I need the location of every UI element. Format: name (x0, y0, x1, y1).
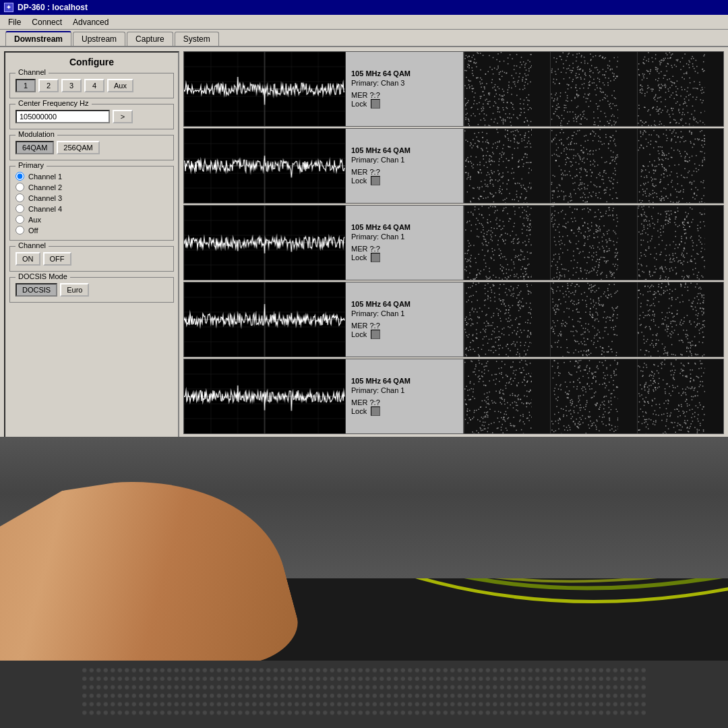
constellation-area-3 (464, 206, 723, 280)
docsis-buttons: DOCSIS Euro (16, 283, 168, 297)
ch-freq-mod-1: 105 MHz 64 QAM (351, 69, 458, 78)
euro-btn[interactable]: Euro (60, 283, 89, 297)
constellation-box-2-1 (550, 129, 636, 203)
ch-lock-2: Lock (351, 176, 458, 185)
waveform-3 (184, 206, 346, 280)
menu-file[interactable]: File (3, 16, 26, 28)
constellation-box-2-2 (637, 129, 723, 203)
channel-btn-aux[interactable]: Aux (107, 79, 133, 92)
frequency-input-row: 105000000 > (16, 110, 168, 123)
primary-channel2[interactable]: Channel 2 (16, 183, 168, 191)
menu-connect[interactable]: Connect (26, 16, 67, 28)
ch-primary-4: Primary: Chan 1 (351, 309, 458, 317)
constellation-box-1-1 (550, 52, 636, 126)
channel-row-2: 105 MHz 64 QAM Primary: Chan 1 MER ?:? L… (183, 128, 724, 204)
channel-btn-3[interactable]: 3 (61, 79, 82, 92)
channel-info-4: 105 MHz 64 QAM Primary: Chan 1 MER ?:? L… (346, 282, 464, 357)
lock-indicator-3 (371, 253, 380, 262)
constellation-box-1-2 (637, 52, 723, 126)
channel-info-5: 105 MHz 64 QAM Primary: Chan 1 MER ?:? L… (346, 359, 464, 433)
frequency-input[interactable]: 105000000 (16, 110, 110, 123)
waveform-4 (184, 282, 346, 357)
ch-mer-4: MER ?:? (351, 322, 458, 330)
constellation-area-1 (464, 52, 723, 126)
ch-mer-3: MER ?:? (351, 245, 458, 253)
primary-aux-radio[interactable] (16, 215, 24, 224)
menu-advanced[interactable]: Advanced (67, 16, 114, 28)
main-content: Configure Channel 1 2 3 4 Aux Center Fre… (0, 47, 728, 444)
ch-freq-mod-5: 105 MHz 64 QAM (351, 377, 458, 385)
app-icon: ✦ (4, 3, 13, 12)
lock-indicator-1 (371, 99, 380, 109)
speaker-grille (0, 661, 728, 728)
channel-row-1: 105 MHz 64 QAM Primary: Chan 3 MER ?:? L… (183, 51, 724, 127)
channel-info-3: 105 MHz 64 QAM Primary: Chan 1 MER ?:? L… (346, 206, 464, 280)
channel-info-1: 105 MHz 64 QAM Primary: Chan 3 MER ?:? L… (346, 52, 464, 126)
ch-freq-mod-4: 105 MHz 64 QAM (351, 300, 458, 308)
tab-upstream[interactable]: Upstream (73, 32, 125, 46)
primary-channel2-radio[interactable] (16, 183, 24, 191)
modulation-group: Modulation 64QAM 256QAM (9, 135, 174, 160)
constellation-box-5-0 (464, 359, 550, 433)
modulation-64qam[interactable]: 64QAM (16, 141, 54, 154)
channel-row-3: 105 MHz 64 QAM Primary: Chan 1 MER ?:? L… (183, 205, 724, 280)
frequency-group-label: Center Frequency Hz (16, 99, 92, 107)
ch-freq-mod-2: 105 MHz 64 QAM (351, 146, 458, 154)
title-bar: ✦ DP-360 : localhost (0, 0, 728, 15)
tab-system[interactable]: System (175, 32, 219, 46)
frequency-arrow-btn[interactable]: > (113, 110, 133, 123)
modulation-buttons: 64QAM 256QAM (16, 141, 168, 154)
tab-downstream[interactable]: Downstream (5, 31, 71, 46)
ch-mer-5: MER ?:? (351, 398, 458, 406)
primary-channel1-radio[interactable] (16, 172, 24, 181)
constellation-box-1-0 (464, 52, 550, 126)
constellation-area-4 (464, 282, 723, 357)
channel-off-btn[interactable]: OFF (43, 252, 71, 266)
ch-freq-mod-3: 105 MHz 64 QAM (351, 223, 458, 231)
channel-group-label: Channel (16, 68, 49, 76)
ch-primary-5: Primary: Chan 1 (351, 386, 458, 394)
channel-on-btn[interactable]: ON (16, 252, 40, 266)
docsis-group-label: DOCSIS Mode (16, 272, 70, 280)
primary-channel4[interactable]: Channel 4 (16, 204, 168, 213)
on-off-buttons: ON OFF (16, 252, 168, 266)
modulation-256qam[interactable]: 256QAM (57, 141, 99, 154)
primary-channel1[interactable]: Channel 1 (16, 172, 168, 181)
docsis-btn[interactable]: DOCSIS (16, 283, 57, 297)
channel-btn-2[interactable]: 2 (38, 79, 59, 92)
primary-group: Primary Channel 1 Channel 2 Channel 3 (9, 166, 174, 241)
channel-group: Channel 1 2 3 4 Aux (9, 73, 174, 98)
primary-channel4-radio[interactable] (16, 204, 24, 213)
tab-capture[interactable]: Capture (127, 32, 173, 46)
constellation-box-4-0 (464, 282, 550, 357)
channel-row-5: 105 MHz 64 QAM Primary: Chan 1 MER ?:? L… (183, 359, 724, 434)
constellation-box-2-0 (464, 129, 550, 203)
config-title: Configure (9, 57, 174, 67)
modulation-group-label: Modulation (16, 130, 57, 138)
primary-channel3-radio[interactable] (16, 193, 24, 202)
lock-indicator-2 (371, 176, 380, 185)
constellation-area-2 (464, 129, 723, 203)
menu-bar: File Connect Advanced (0, 15, 728, 30)
lock-indicator-5 (371, 406, 380, 416)
constellation-box-4-1 (550, 282, 636, 357)
ch-lock-5: Lock (351, 406, 458, 416)
waveform-2 (184, 129, 346, 203)
ch-lock-1: Lock (351, 99, 458, 109)
primary-channel3[interactable]: Channel 3 (16, 193, 168, 202)
frequency-group: Center Frequency Hz 105000000 > (9, 104, 174, 129)
window-title: DP-360 : localhost (18, 3, 88, 12)
constellation-box-3-0 (464, 206, 550, 280)
primary-off[interactable]: Off (16, 226, 168, 235)
channel-btn-4[interactable]: 4 (84, 79, 104, 92)
config-panel: Configure Channel 1 2 3 4 Aux Center Fre… (4, 51, 179, 439)
primary-group-label: Primary (16, 161, 47, 169)
primary-radio-group: Channel 1 Channel 2 Channel 3 Channel 4 (16, 172, 168, 235)
channel-power-label: Channel (16, 241, 49, 249)
constellation-area-5 (464, 359, 723, 433)
primary-aux[interactable]: Aux (16, 215, 168, 224)
ch-primary-3: Primary: Chan 1 (351, 233, 458, 241)
waveform-1 (184, 52, 346, 126)
channel-btn-1[interactable]: 1 (16, 79, 36, 92)
primary-off-radio[interactable] (16, 226, 24, 235)
